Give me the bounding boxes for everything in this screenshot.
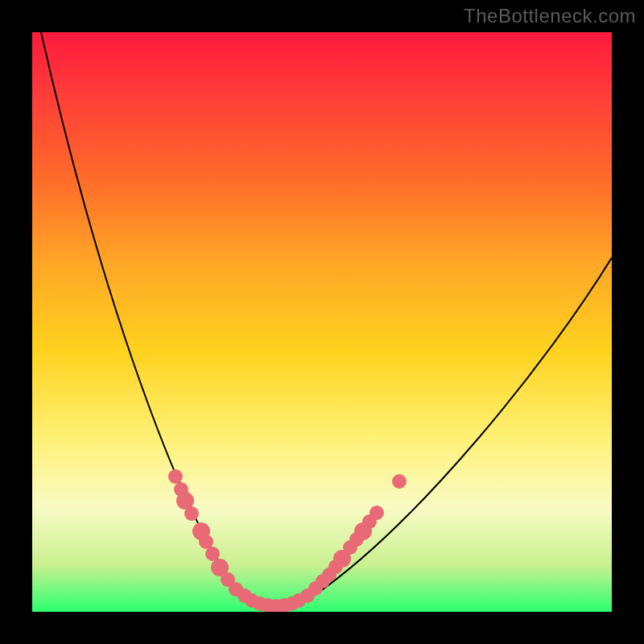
bottleneck-curve <box>41 32 612 608</box>
chart-svg <box>32 32 612 612</box>
watermark-text: TheBottleneck.com <box>464 5 636 27</box>
data-marker <box>205 547 220 561</box>
data-marker <box>369 506 384 520</box>
marker-group <box>168 469 407 612</box>
data-marker <box>184 506 199 521</box>
chart-frame: TheBottleneck.com <box>0 0 644 644</box>
data-marker <box>392 474 407 489</box>
data-marker <box>168 469 183 484</box>
plot-area <box>32 32 612 612</box>
